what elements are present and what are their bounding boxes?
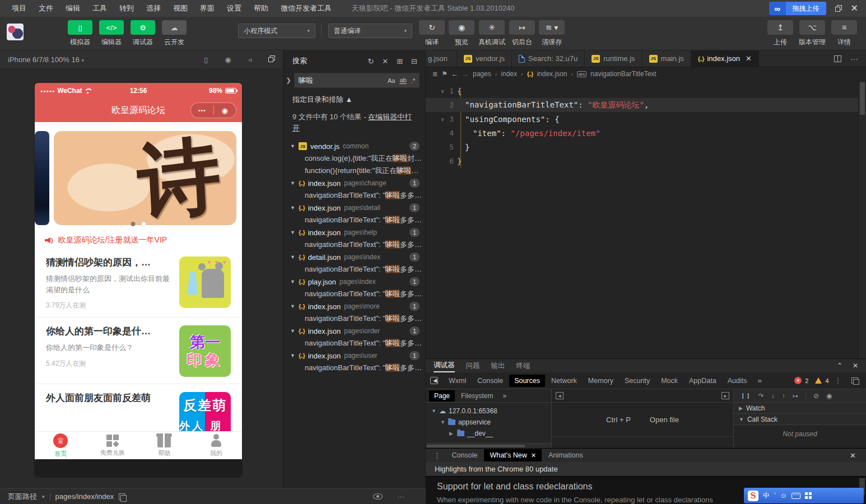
notice-bar[interactable]: ) 欧皇源码论坛/注册就送一年VIP: [35, 232, 242, 249]
ime-punctuation-icon[interactable]: ’: [774, 492, 776, 500]
devtools-tab-console[interactable]: Console: [472, 375, 508, 387]
devtools-tab-appdata[interactable]: AppData: [684, 375, 721, 387]
window-restore-icon[interactable]: [835, 5, 842, 12]
sogou-logo-icon[interactable]: S: [748, 491, 758, 501]
toolbar-button-debugger[interactable]: ⚙调试器: [129, 20, 157, 47]
user-avatar[interactable]: [7, 24, 24, 40]
device-selector[interactable]: iPhone 6/7/8 100% 16 ▾: [8, 55, 84, 64]
test-card[interactable]: 外人面前朋友面前反差萌反差萌外人 朋友: [35, 384, 242, 431]
search-match-line[interactable]: navigationBarTitleText": "哆啦多多…: [283, 239, 425, 251]
breadcrumb-item[interactable]: index: [501, 70, 517, 78]
step-icon[interactable]: ↦: [793, 392, 798, 400]
devtools-tab-security[interactable]: Security: [620, 375, 655, 387]
search-result-file[interactable]: ▼{..}index.jsonpages\user1: [283, 349, 425, 362]
menu-item[interactable]: 项目: [6, 0, 32, 17]
search-match-line[interactable]: navigationBarTitleText": "哆啦多多…: [283, 362, 425, 374]
bookmark-icon[interactable]: ⚑: [441, 70, 448, 78]
ime-language-icon[interactable]: 中: [763, 491, 770, 501]
more-icon[interactable]: •••: [191, 108, 213, 114]
editor-tab[interactable]: JSruntime.js: [585, 50, 642, 67]
editor-tab[interactable]: JSmain.js: [642, 50, 691, 67]
debugger-tab[interactable]: 调试器: [434, 359, 455, 372]
banner-slide[interactable]: 诗: [54, 131, 236, 225]
regex-icon[interactable]: .*: [411, 77, 415, 84]
match-case-icon[interactable]: Aa: [388, 77, 395, 84]
sources-tab-filesystem[interactable]: Filesystem: [456, 390, 498, 402]
pause-on-exceptions-icon[interactable]: ◉: [826, 392, 832, 400]
pause-icon[interactable]: ❙❙: [741, 393, 751, 399]
tab-item-free-exchange[interactable]: 免费兑换: [87, 432, 139, 459]
pane-left-icon[interactable]: ◂: [556, 392, 564, 399]
tree-item[interactable]: ▼appservice: [426, 417, 551, 428]
watch-section[interactable]: ▶ Watch: [734, 403, 866, 414]
devtools-tab-sources[interactable]: Sources: [509, 375, 545, 387]
more-icon[interactable]: ···: [397, 492, 404, 501]
menu-item[interactable]: 视图: [167, 0, 194, 17]
outline-icon[interactable]: ≣: [432, 71, 437, 78]
search-match-line[interactable]: navigationBarTitleText": "哆啦多多…: [283, 263, 425, 276]
fold-icon[interactable]: ∨: [441, 88, 446, 94]
fold-icon[interactable]: ∨: [441, 116, 446, 122]
search-match-line[interactable]: navigationBarTitleText": "哆啦多多…: [283, 214, 425, 226]
devtools-menu-icon[interactable]: ⋮: [832, 376, 844, 385]
close-icon[interactable]: ✕: [746, 54, 752, 63]
tab-item-mine[interactable]: 我的: [190, 432, 243, 459]
tab-item-help[interactable]: 帮助: [138, 432, 190, 459]
multi-window-icon[interactable]: [268, 55, 275, 62]
tab-item-home[interactable]: ♕首页: [35, 432, 87, 459]
warning-badge-icon[interactable]: [815, 377, 822, 384]
refresh-icon[interactable]: ↻: [367, 57, 374, 66]
test-card[interactable]: 你给人的第一印象是什…你给人的第一印象是什么？5.42万人在测第一印象: [35, 318, 242, 384]
deactivate-breakpoints-icon[interactable]: ⊘: [813, 392, 819, 400]
action-button-switch-background[interactable]: ↦切后台: [509, 20, 535, 47]
menu-item[interactable]: 转到: [113, 0, 140, 17]
drawer-tab[interactable]: What's New✕: [484, 449, 542, 461]
action-button-details[interactable]: ≡详情: [831, 20, 857, 47]
ime-toolbox-icon[interactable]: [805, 492, 812, 499]
collapse-panel-icon[interactable]: ⌃: [837, 362, 842, 370]
devtools-tab-network[interactable]: Network: [546, 375, 582, 387]
menu-item[interactable]: 界面: [194, 0, 221, 17]
undock-icon[interactable]: [851, 377, 858, 384]
search-result-file[interactable]: ▼{..}index.jsonpages\detail1: [283, 202, 425, 214]
devtools-more-tabs-icon[interactable]: »: [753, 376, 766, 385]
menu-item[interactable]: 帮助: [248, 0, 274, 17]
forward-icon[interactable]: →: [462, 70, 469, 78]
search-result-file[interactable]: ▼{..}index.jsonpages\more1: [283, 300, 425, 312]
sources-more-tabs-icon[interactable]: »: [499, 392, 510, 400]
copy-path-icon[interactable]: [119, 493, 125, 500]
search-match-line[interactable]: navigationBarTitleText": "哆啦多多…: [283, 312, 425, 325]
debugger-tab[interactable]: 问题: [466, 359, 480, 372]
drawer-tab[interactable]: Animations: [543, 449, 589, 461]
path-label[interactable]: 页面路径: [8, 492, 37, 502]
search-match-line[interactable]: navigationBarTitleText": "哆啦多多…: [283, 288, 425, 300]
exit-icon[interactable]: ◉: [214, 106, 236, 115]
call-stack-section[interactable]: ▼ Call Stack: [734, 414, 866, 425]
action-button-compile[interactable]: ↻编译: [419, 20, 445, 47]
search-result-file[interactable]: ▼{..}index.jsonpages\change1: [283, 177, 425, 189]
drag-upload-button[interactable]: ∞ 拖拽上传: [769, 2, 826, 15]
breadcrumb-item[interactable]: navigationBarTitleText: [590, 70, 657, 78]
back-icon[interactable]: ←: [451, 70, 458, 78]
menu-item[interactable]: 微信开发者工具: [274, 0, 338, 17]
sound-icon[interactable]: ◃: [248, 55, 252, 64]
ime-keyboard-icon[interactable]: [791, 493, 800, 499]
devtools-tab-audits[interactable]: Audits: [723, 375, 752, 387]
search-result-file[interactable]: ▼{..}play.jsonpages\index1: [283, 276, 425, 288]
search-match-line[interactable]: console.log(e),{title:"我正在哆啦封…: [283, 152, 425, 165]
editor-tab[interactable]: JSvendor.js: [457, 50, 512, 67]
code-editor[interactable]: ∨1{ 2"navigationBarTitleText": "欧皇源码论坛",…: [426, 81, 866, 358]
action-button-remote-debug[interactable]: ✳真机调试: [478, 20, 505, 47]
editor-more-icon[interactable]: ···: [850, 54, 858, 63]
close-panel-icon[interactable]: ✕: [853, 362, 858, 370]
tree-item[interactable]: ▶__dev__: [426, 428, 551, 439]
debugger-tab[interactable]: 输出: [491, 359, 505, 372]
inspect-element-icon[interactable]: [430, 377, 438, 384]
expand-replace-icon[interactable]: ❯: [285, 77, 292, 84]
search-match-line[interactable]: function(){return{title:"我正在哆啦…: [283, 165, 425, 177]
collapse-icon[interactable]: ⊟: [411, 57, 417, 66]
mode-select[interactable]: 小程序模式 ▾: [238, 24, 315, 38]
scope-toggle[interactable]: 指定目录和排除 ▲: [283, 90, 425, 106]
clear-results-icon[interactable]: ✕: [382, 57, 388, 66]
step-over-icon[interactable]: ↷: [758, 392, 764, 400]
